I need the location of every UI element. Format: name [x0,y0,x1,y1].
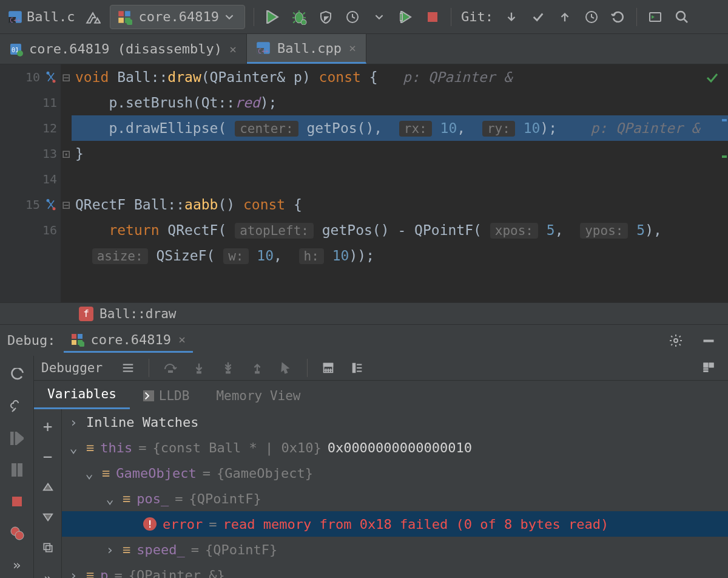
attach-button[interactable] [394,5,418,29]
param-hint: h: [299,248,324,264]
variable-error-row[interactable]: ! error = read memory from 0x18 failed (… [62,511,728,537]
svg-rect-3 [119,11,124,16]
editor-gutter: 10 11 12 13 14 15 16 [0,64,61,302]
move-down-button[interactable] [36,505,60,529]
param-hint: atopLeft: [235,223,314,239]
minimize-icon[interactable] [696,328,721,353]
error-icon: ! [143,517,157,531]
build-icon[interactable] [81,5,105,29]
override-icon[interactable] [45,71,57,83]
code-editor[interactable]: 10 11 12 13 14 15 16 ⊟ ⊡ ⊟ void Ball::dr… [0,64,728,302]
svg-rect-13 [650,13,661,21]
pause-button[interactable] [5,458,29,482]
chevron-down-icon[interactable]: ⌄ [83,466,96,481]
tab-lldb[interactable]: LLDB [130,382,203,409]
chevron-down-icon[interactable]: ⌄ [103,491,116,506]
debug-main-panel: Debugger Variables LLDB Memory View + − [34,356,728,578]
frames-icon[interactable] [116,356,140,380]
variable-gameobject[interactable]: ⌄ ≡ GameObject = {GameObject} [62,460,728,486]
line-number: 14 [42,172,57,186]
resume-button[interactable] [5,426,29,450]
variable-this[interactable]: ⌄ ≡ this = {const Ball * | 0x10} 0x00000… [62,435,728,460]
evaluate-expression-button[interactable] [316,356,340,380]
inline-watches-node[interactable]: › Inline Watches [62,409,728,435]
chevron-down-icon[interactable]: ⌄ [67,440,80,455]
variable-pos[interactable]: ⌄ ≡ pos_ = {QPointF} [62,486,728,511]
stop-button[interactable] [420,5,445,29]
variables-tree[interactable]: › Inline Watches ⌄ ≡ this = {const Ball … [62,409,728,578]
svg-rect-39 [226,372,230,373]
debug-session-label: core.64819 [90,332,170,347]
close-icon[interactable]: × [228,42,238,56]
more-icon[interactable]: » [36,566,60,578]
current-file-label: Ball.c [27,9,75,24]
git-pull-button[interactable] [499,5,524,29]
chevron-right-icon[interactable]: › [103,542,116,557]
fold-end-icon[interactable]: ⊡ [61,141,72,166]
fold-start-icon[interactable]: ⊟ [61,64,72,90]
move-up-button[interactable] [36,475,60,499]
svg-point-23 [47,199,50,202]
struct-icon: ≡ [86,440,94,455]
git-history-button[interactable] [579,5,604,29]
modify-run-button[interactable] [5,395,29,419]
breakpoints-button[interactable] [5,521,29,545]
error-stripe[interactable] [721,64,728,302]
more-icon[interactable]: » [5,552,29,577]
git-push-button[interactable] [553,5,577,29]
svg-point-9 [301,19,306,25]
svg-point-24 [53,207,56,210]
svg-rect-42 [324,364,333,367]
git-label: Git: [457,9,497,24]
variables-panel: + − » › Inline Watches ⌄ ≡ this = {const… [34,409,728,578]
step-over-button[interactable] [158,356,182,380]
debug-button[interactable] [287,5,311,29]
chevron-right-icon[interactable]: › [67,415,80,430]
tab-ball-cpp[interactable]: C++ Ball.cpp × [247,34,366,64]
run-to-cursor-button[interactable] [274,356,298,380]
variable-p[interactable]: › ≡ p = {QPainter &} [62,562,728,578]
debug-session-tab[interactable]: core.64819 × [64,328,193,353]
param-hint: w: [223,248,248,264]
copy-button[interactable] [36,536,60,560]
run-config-selector[interactable]: core.64819 [110,5,244,29]
stop-debug-button[interactable] [5,489,29,514]
breadcrumb[interactable]: f Ball::draw [0,302,728,324]
override-icon[interactable] [45,199,57,211]
close-icon[interactable]: × [348,41,357,55]
debug-tool-window-header: Debug: core.64819 × [0,324,728,356]
step-out-button[interactable] [245,356,269,380]
variable-speed[interactable]: › ≡ speed_ = {QPointF} [62,537,728,562]
code-area[interactable]: void Ball::draw(QPainter& p) const { p: … [72,64,728,302]
profile-button[interactable] [340,5,365,29]
inspection-ok-icon[interactable] [705,70,720,85]
tab-disassembly[interactable]: 01 core.64819 (disassembly) × [0,34,247,64]
param-hint: ry: [482,121,515,137]
git-rollback-button[interactable] [606,5,630,29]
remove-watch-button[interactable]: − [36,444,60,469]
tab-variables[interactable]: Variables [34,381,130,409]
svg-rect-11 [400,13,402,21]
step-into-button[interactable] [187,356,211,380]
svg-rect-38 [197,372,201,373]
cpp-file-icon: C++ [7,9,23,25]
gear-icon[interactable] [664,328,688,353]
fold-start-icon[interactable]: ⊟ [61,192,72,217]
more-run-icon[interactable] [367,5,391,29]
search-everywhere-button[interactable] [670,5,694,29]
tab-memory-view[interactable]: Memory View [203,382,314,409]
current-file[interactable]: C++ Ball.c [4,9,78,25]
git-commit-button[interactable] [526,5,550,29]
chevron-right-icon[interactable]: › [67,568,80,579]
run-button[interactable] [260,5,285,29]
layout-settings-icon[interactable] [696,356,721,380]
rerun-button[interactable] [5,363,29,387]
coverage-button[interactable] [314,5,338,29]
run-anything-button[interactable] [643,5,667,29]
svg-rect-31 [704,340,713,342]
separator [254,8,254,26]
add-watch-button[interactable]: + [36,414,60,438]
close-icon[interactable]: × [177,332,187,347]
trace-button[interactable] [345,356,369,380]
force-step-into-button[interactable] [216,356,240,380]
